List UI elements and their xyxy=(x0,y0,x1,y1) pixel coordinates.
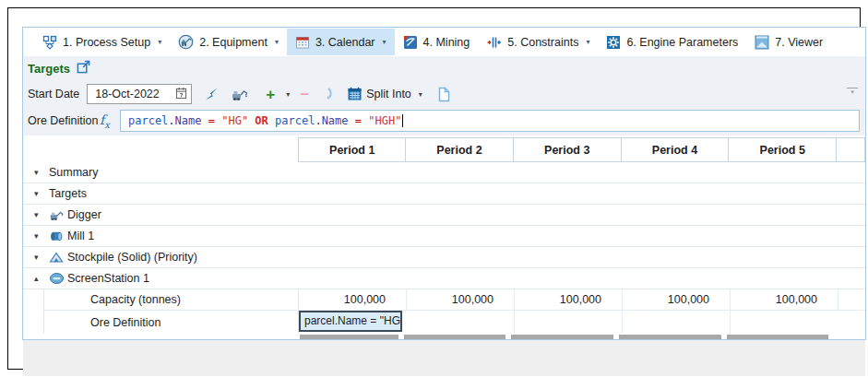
tab-viewer[interactable]: 7. Viewer xyxy=(746,29,831,55)
periods-grid: Period 1 Period 2 Period 3 Period 4 Peri… xyxy=(23,137,865,339)
page-title: Targets xyxy=(28,62,70,76)
tab-engine-parameters[interactable]: 6. Engine Parameters xyxy=(598,29,746,55)
grid-footer-area xyxy=(23,340,865,376)
capacity-cell-period-2[interactable]: 100,000 xyxy=(407,289,515,310)
chevron-down-icon[interactable]: ▾ xyxy=(275,38,279,46)
remove-icon[interactable]: − xyxy=(300,84,309,104)
tab-label: 2. Equipment xyxy=(199,36,268,49)
tab-label: 1. Process Setup xyxy=(63,36,150,49)
ore-definition-label: Ore Definition xyxy=(28,114,100,127)
row-label[interactable]: Capacity (tonnes) xyxy=(43,289,299,310)
ore-definition-cell-period-3[interactable] xyxy=(515,311,623,334)
group-label: Digger xyxy=(67,208,101,221)
expander-icon[interactable]: ▾ xyxy=(34,231,49,241)
cell-fill-indicator-row xyxy=(23,334,865,339)
capacity-cell-period-5[interactable]: 100,000 xyxy=(731,289,838,310)
toolbar-overflow-icon[interactable]: ▾ xyxy=(847,88,858,94)
app-window: 1. Process Setup ▾ 2. Equipment ▾ 3. Cal… xyxy=(7,7,861,370)
move-down-icon[interactable] xyxy=(320,84,334,104)
row-ore-definition: Ore Definition parcel.Name = "HG" OR par… xyxy=(43,311,865,334)
screenstation-icon xyxy=(49,272,67,285)
tab-calendar[interactable]: 3. Calendar ▾ xyxy=(287,29,395,55)
fill-bar[interactable] xyxy=(619,335,721,339)
group-label: Summary xyxy=(49,166,98,179)
tab-mining[interactable]: 4. Mining xyxy=(395,29,479,55)
expander-icon[interactable]: ▾ xyxy=(34,168,49,177)
tab-equipment[interactable]: 2. Equipment ▾ xyxy=(170,29,287,55)
chevron-down-icon[interactable]: ▾ xyxy=(383,38,386,46)
group-label: Mill 1 xyxy=(67,230,94,242)
fill-bar[interactable] xyxy=(300,335,398,339)
fill-bar[interactable] xyxy=(404,335,505,339)
engine-parameters-icon xyxy=(606,35,621,50)
process-setup-icon xyxy=(42,35,57,50)
tab-label: 3. Calendar xyxy=(315,36,375,49)
group-row-screenstation-1[interactable]: ▴ ScreenStation 1 xyxy=(23,268,865,289)
expander-icon[interactable]: ▾ xyxy=(34,253,49,262)
group-row-targets[interactable]: ▾ Targets xyxy=(23,183,865,205)
viewer-icon xyxy=(755,35,769,50)
copy-equipment-icon[interactable] xyxy=(231,84,249,104)
expander-icon[interactable]: ▾ xyxy=(34,210,49,219)
constraints-icon xyxy=(486,35,502,50)
formula-bar: Ore Definition fx parcel.Name = "HG" OR … xyxy=(23,107,865,135)
open-external-icon[interactable] xyxy=(77,60,90,77)
row-label[interactable]: Ore Definition xyxy=(43,311,299,334)
tab-label: 4. Mining xyxy=(423,36,470,49)
tab-label: 6. Engine Parameters xyxy=(626,36,738,49)
chevron-down-icon[interactable]: ▾ xyxy=(158,38,161,46)
ore-definition-cell-period-5[interactable] xyxy=(731,311,838,334)
calendar-toolbar: Start Date 18-Oct-2022 + ▾ − Split Into … xyxy=(23,81,865,107)
fill-bar[interactable] xyxy=(727,335,828,339)
tab-process-setup[interactable]: 1. Process Setup ▾ xyxy=(34,29,170,55)
ore-definition-cell-period-2[interactable] xyxy=(407,311,515,334)
capacity-cell-period-1[interactable]: 100,000 xyxy=(299,289,407,310)
stockpile-icon xyxy=(49,251,67,264)
expander-icon[interactable]: ▴ xyxy=(34,274,49,283)
expander-icon[interactable]: ▾ xyxy=(34,189,49,198)
add-options-caret-icon[interactable]: ▾ xyxy=(286,84,290,104)
split-calendar-icon[interactable] xyxy=(347,84,363,104)
fill-bar[interactable] xyxy=(511,335,613,339)
group-row-stockpile[interactable]: ▾ Stockpile (Solid) (Priority) xyxy=(23,247,865,268)
group-row-mill-1[interactable]: ▾ Mill 1 xyxy=(23,226,865,247)
capacity-cell-period-4[interactable]: 100,000 xyxy=(623,289,731,310)
group-row-digger[interactable]: ▾ Digger xyxy=(23,205,865,226)
column-header-period-5[interactable]: Period 5 xyxy=(729,137,837,162)
ore-definition-formula-input[interactable]: parcel.Name = "HG" OR parcel.Name = "HGH… xyxy=(120,110,860,132)
mill-icon xyxy=(49,230,67,243)
tab-constraints[interactable]: 5. Constraints ▾ xyxy=(478,29,598,55)
capacity-cell-period-3[interactable]: 100,000 xyxy=(515,289,623,310)
split-into-label[interactable]: Split Into xyxy=(366,88,411,100)
start-date-label: Start Date xyxy=(28,88,79,100)
digger-icon xyxy=(49,208,67,222)
group-label: Stockpile (Solid) (Priority) xyxy=(67,251,197,264)
start-date-value[interactable]: 18-Oct-2022 xyxy=(95,88,175,100)
split-into-caret-icon[interactable]: ▾ xyxy=(419,84,422,104)
chevron-down-icon[interactable]: ▾ xyxy=(586,38,589,46)
panel-subheader: Targets Start Date 18-Oct-2022 + ▾ − Spl… xyxy=(23,56,865,135)
equipment-icon xyxy=(178,34,194,50)
grid-header-row: Period 1 Period 2 Period 3 Period 4 Peri… xyxy=(23,137,865,162)
cell-edit-box[interactable]: parcel.Name = "HG" OR parcel.Name = "HGH… xyxy=(299,311,402,332)
tab-label: 7. Viewer xyxy=(775,36,823,49)
calendar-icon xyxy=(295,35,310,50)
ore-definition-cell-period-4[interactable] xyxy=(623,311,731,334)
row-capacity-tonnes: Capacity (tonnes) 100,000 100,000 100,00… xyxy=(43,289,865,311)
column-header-period-4[interactable]: Period 4 xyxy=(622,137,730,162)
add-icon[interactable]: + xyxy=(266,84,275,104)
column-header-period-3[interactable]: Period 3 xyxy=(514,137,622,162)
fx-icon: fx xyxy=(100,112,120,130)
new-page-icon[interactable] xyxy=(436,84,450,104)
group-label: ScreenStation 1 xyxy=(67,272,149,285)
group-row-summary[interactable]: ▾ Summary xyxy=(23,162,865,183)
tab-label: 5. Constraints xyxy=(507,36,578,49)
start-date-input[interactable]: 18-Oct-2022 xyxy=(87,84,192,104)
ore-definition-cell-period-1[interactable]: parcel.Name = "HG" OR parcel.Name = "HGH… xyxy=(299,311,407,334)
quick-fill-icon[interactable] xyxy=(203,84,220,104)
date-picker-icon[interactable] xyxy=(175,87,187,102)
column-header-period-2[interactable]: Period 2 xyxy=(406,137,514,162)
mining-icon xyxy=(403,35,418,50)
column-header-period-1[interactable]: Period 1 xyxy=(298,137,406,162)
calendar-targets-panel: 1. Process Setup ▾ 2. Equipment ▾ 3. Cal… xyxy=(22,27,866,340)
